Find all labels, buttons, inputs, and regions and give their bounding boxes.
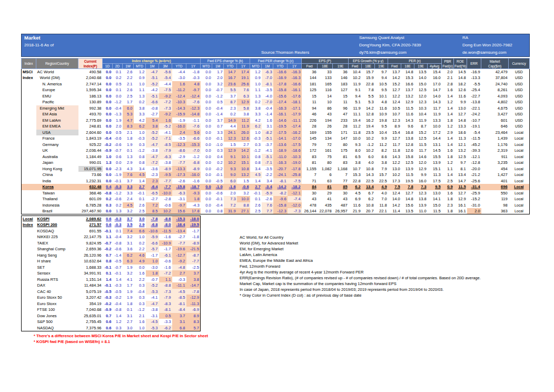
index-change-cell[interactable]: -0.7 — [146, 277, 159, 283]
eps-cell[interactable]: 83 — [302, 154, 318, 160]
index-change-cell[interactable]: 1.3 — [103, 160, 113, 166]
index-change-cell[interactable]: -5.6 — [159, 69, 172, 75]
index-change-cell[interactable]: 2.6 — [123, 69, 134, 75]
eps-growth-cell[interactable]: 10.1 — [375, 93, 388, 100]
eps-cell[interactable]: 80 — [333, 142, 349, 148]
region-cell[interactable]: EM Asia — [36, 111, 78, 117]
region-cell[interactable]: Euro Stoxx 50 — [36, 295, 78, 301]
index-group-cell[interactable] — [22, 135, 36, 142]
fwd-per-change-cell[interactable]: 0.9 — [250, 75, 262, 81]
eps-growth-cell[interactable]: 10.7 — [349, 166, 362, 172]
index-change-cell[interactable]: 1.1 — [159, 277, 172, 283]
index-group-cell[interactable] — [22, 252, 36, 259]
index-change-cell[interactable]: 2.1 — [123, 81, 134, 87]
err-cell[interactable]: -19.1 — [467, 123, 481, 130]
roe-cell[interactable]: 16.1 — [454, 208, 467, 214]
col-subheader-19e[interactable]: 19E — [333, 64, 349, 69]
per-cell[interactable]: 17.5 — [428, 178, 442, 184]
eps-cell[interactable]: 133 — [318, 75, 333, 81]
index-change-cell[interactable]: -1.3 — [113, 111, 123, 117]
eps-growth-cell[interactable]: 4.9 — [375, 184, 388, 190]
index-change-cell[interactable]: 0.0 — [103, 123, 113, 130]
eps-growth-cell[interactable]: 20.7 — [362, 208, 375, 214]
fwd-eps-change-cell[interactable]: 16.7 — [224, 75, 237, 81]
index-group-cell[interactable] — [22, 307, 36, 313]
err-cell[interactable]: -24.2 — [467, 111, 481, 117]
index-change-cell[interactable]: -0.8 — [103, 190, 113, 197]
index-change-cell[interactable]: -2.7 — [146, 196, 159, 202]
current-index-cell[interactable]: 34,991.91 — [78, 270, 103, 277]
index-change-cell[interactable]: -8.9 — [186, 166, 201, 172]
fwd-per-change-cell[interactable]: -17.4 — [288, 123, 302, 130]
index-group-cell[interactable] — [22, 325, 36, 331]
per-cell[interactable]: 14.0 — [388, 196, 401, 202]
index-change-cell[interactable]: -12.3 — [186, 105, 201, 112]
index-change-cell[interactable]: -6.9 — [186, 307, 201, 313]
roe-cell[interactable]: 12.1 — [454, 142, 467, 148]
index-change-cell[interactable]: -7.7 — [186, 258, 201, 264]
current-index-cell[interactable]: 6,785.28 — [78, 202, 103, 209]
index-change-cell[interactable]: 2.6 — [123, 87, 134, 93]
fwd-eps-change-cell[interactable]: 17.4 — [237, 69, 250, 75]
pbr-cell[interactable]: 2.8 — [442, 81, 454, 87]
fwd-eps-change-cell[interactable]: -1.0 — [212, 184, 224, 190]
eps-growth-cell[interactable]: 22.8 — [349, 178, 362, 184]
fwd-per-change-cell[interactable]: -7.3 — [288, 208, 302, 214]
fwd-per-change-cell[interactable]: -5.1 — [262, 154, 273, 160]
col-subheader-fwd[interactable]: Fwd — [349, 64, 362, 69]
index-change-cell[interactable]: 1.2 — [113, 319, 123, 325]
region-cell[interactable]: Hang Seng — [36, 252, 78, 259]
currency-cell[interactable]: Local — [509, 178, 530, 184]
index-change-cell[interactable]: -0.6 — [113, 246, 123, 252]
index-change-cell[interactable]: -1.6 — [159, 264, 172, 271]
roe-cell[interactable]: 13.0 — [454, 105, 467, 112]
per-cell[interactable]: 11.7 — [428, 105, 442, 112]
col-header-region-country[interactable]: Region/Country — [36, 58, 78, 69]
fwd-eps-change-cell[interactable]: 0.0 — [201, 75, 212, 81]
index-change-cell[interactable]: -0.5 — [103, 289, 113, 295]
fwd-eps-change-cell[interactable]: 3.2 — [212, 81, 224, 87]
eps-growth-cell[interactable]: 4.0 — [375, 190, 388, 197]
index-change-cell[interactable]: 4.1 — [123, 277, 134, 283]
per-cell[interactable]: 17.3 — [388, 178, 401, 184]
eps-growth-cell[interactable]: 5.1 — [349, 99, 362, 105]
fwd-per-change-cell[interactable]: -17.8 — [273, 81, 288, 87]
eps-growth-cell[interactable]: 15.7 — [362, 69, 375, 75]
index-change-cell[interactable]: -2.9 — [172, 154, 186, 160]
index-change-cell[interactable]: -8.8 — [159, 282, 172, 289]
per-cell[interactable]: 14.8 — [401, 196, 414, 202]
eps-growth-cell[interactable]: 11.8 — [349, 130, 362, 136]
index-change-cell[interactable]: -0.6 — [113, 142, 123, 148]
eps-cell[interactable]: 22,078 — [318, 208, 333, 214]
per-cell[interactable]: 12.8 — [401, 142, 414, 148]
per-cell[interactable]: 12.0 — [414, 160, 428, 166]
fwd-eps-change-cell[interactable]: -0.4 — [212, 202, 224, 209]
fwd-per-change-cell[interactable]: 0.8 — [250, 154, 262, 160]
col-group-header-5[interactable]: PER (x) — [388, 58, 442, 64]
err-cell[interactable]: -25.4 — [467, 87, 481, 93]
fwd-eps-change-cell[interactable]: 0.0 — [201, 166, 212, 172]
index-change-cell[interactable]: -7.9 — [159, 148, 172, 154]
eps-cell[interactable]: 14 — [318, 93, 333, 100]
index-change-cell[interactable]: 0.4 — [103, 184, 113, 190]
index-change-cell[interactable]: -8.6 — [159, 216, 172, 222]
index-change-cell[interactable]: -13.4 — [172, 228, 186, 234]
index-change-cell[interactable]: 6.0 — [123, 105, 134, 112]
index-change-cell[interactable]: 4.7 — [123, 117, 134, 124]
fwd-per-change-cell[interactable]: -16.3 — [288, 75, 302, 81]
index-group-cell[interactable] — [22, 208, 36, 214]
fwd-per-change-cell[interactable]: 0.8 — [250, 160, 262, 166]
index-change-cell[interactable]: 0.0 — [103, 208, 113, 214]
fwd-per-change-cell[interactable]: -1.2 — [250, 148, 262, 154]
fwd-per-change-cell[interactable]: -0.3 — [250, 135, 262, 142]
index-change-cell[interactable]: -0.6 — [159, 258, 172, 264]
fwd-per-change-cell[interactable]: -8.1 — [262, 81, 273, 87]
index-change-cell[interactable]: -0.2 — [103, 246, 113, 252]
index-change-cell[interactable]: -0.1 — [103, 282, 113, 289]
index-change-cell[interactable]: -7.9 — [159, 295, 172, 301]
current-index-cell[interactable]: 1,595.34 — [78, 87, 103, 93]
index-group-cell[interactable] — [22, 277, 36, 283]
per-cell[interactable]: 13.8 — [401, 135, 414, 142]
per-cell[interactable]: 12.3 — [414, 99, 428, 105]
index-change-cell[interactable]: 7.2 — [146, 202, 159, 209]
